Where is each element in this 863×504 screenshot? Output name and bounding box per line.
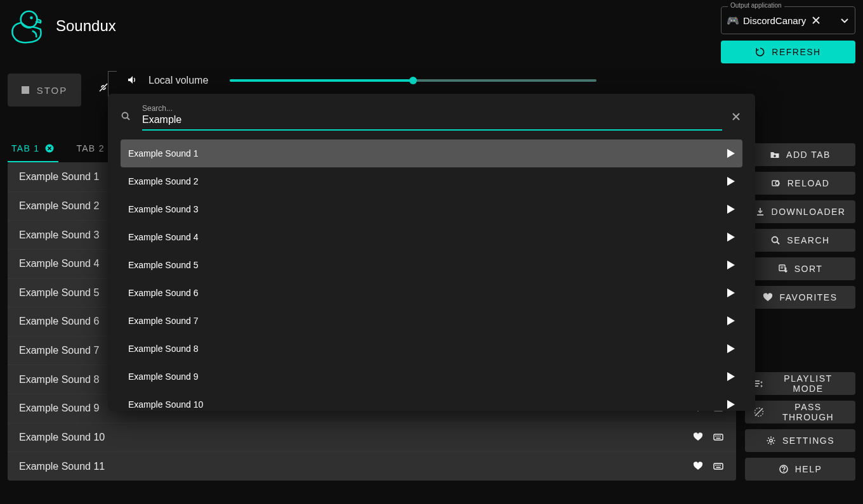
hotkey-icon[interactable] <box>713 432 725 443</box>
result-name: Example Sound 8 <box>128 344 727 354</box>
stop-button[interactable]: STOP <box>8 74 81 107</box>
search-result-row[interactable]: Example Sound 5 <box>121 251 742 279</box>
playlist-icon <box>754 378 763 389</box>
link-volumes-toggle[interactable] <box>96 71 112 94</box>
play-icon[interactable] <box>727 205 735 214</box>
pass-through-button[interactable]: PASS THROUGH <box>745 401 855 423</box>
search-result-row[interactable]: Example Sound 8 <box>121 335 742 363</box>
result-name: Example Sound 9 <box>128 372 727 382</box>
local-volume-slider[interactable] <box>230 79 596 82</box>
help-icon <box>779 464 789 474</box>
hotkey-icon[interactable] <box>713 461 725 472</box>
search-result-row[interactable]: Example Sound 3 <box>121 195 742 223</box>
play-icon[interactable] <box>727 316 735 325</box>
result-name: Example Sound 5 <box>128 260 727 270</box>
refresh-button[interactable]: REFRESH <box>721 41 855 63</box>
play-icon[interactable] <box>727 233 735 242</box>
sort-button[interactable]: SORT <box>745 257 855 280</box>
play-icon[interactable] <box>727 177 735 186</box>
output-dropdown-icon[interactable] <box>840 15 850 25</box>
app-title: Soundux <box>56 17 116 35</box>
settings-button[interactable]: SETTINGS <box>745 429 855 452</box>
search-results: Example Sound 1Example Sound 2Example So… <box>121 139 742 411</box>
result-name: Example Sound 7 <box>128 316 727 326</box>
reload-icon <box>771 178 781 188</box>
play-icon[interactable] <box>727 261 735 269</box>
result-name: Example Sound 6 <box>128 288 727 298</box>
result-name: Example Sound 4 <box>128 232 727 242</box>
discord-icon: 🎮 <box>727 14 739 27</box>
folder-plus-icon <box>770 150 780 160</box>
search-icon <box>770 235 781 245</box>
gear-icon <box>766 436 776 446</box>
help-button[interactable]: HELP <box>745 458 855 481</box>
search-result-row[interactable]: Example Sound 4 <box>121 223 742 251</box>
search-result-row[interactable]: Example Sound 9 <box>121 363 742 391</box>
tab[interactable]: TAB 1 <box>8 143 58 162</box>
search-result-row[interactable]: Example Sound 2 <box>121 167 742 195</box>
output-app-field[interactable]: Output application 🎮 DiscordCanary <box>721 6 855 34</box>
favorite-icon[interactable] <box>693 461 704 472</box>
search-input[interactable] <box>142 113 722 127</box>
search-placeholder: Search... <box>142 104 722 113</box>
play-icon[interactable] <box>727 149 735 158</box>
play-icon[interactable] <box>727 400 735 409</box>
play-icon[interactable] <box>727 288 735 297</box>
add-tab-button[interactable]: ADD TAB <box>745 143 855 166</box>
pass-through-icon <box>754 407 763 417</box>
favorite-icon[interactable] <box>693 432 704 443</box>
brand: Soundux <box>8 6 721 46</box>
search-close-button[interactable] <box>731 112 742 123</box>
output-app-legend: Output application <box>728 2 784 9</box>
result-name: Example Sound 1 <box>128 148 727 158</box>
sound-name: Example Sound 10 <box>19 432 684 443</box>
favorites-button[interactable]: FAVORITES <box>745 286 855 309</box>
search-icon <box>121 111 133 124</box>
search-result-row[interactable]: Example Sound 7 <box>121 307 742 335</box>
duck-logo-icon <box>8 6 47 46</box>
local-volume-label: Local volume <box>148 75 220 86</box>
refresh-icon <box>755 47 765 57</box>
sound-row[interactable]: Example Sound 10 <box>8 423 736 452</box>
heart-icon <box>763 292 773 302</box>
search-button[interactable]: SEARCH <box>745 229 855 252</box>
result-name: Example Sound 2 <box>128 176 727 186</box>
reload-button[interactable]: RELOAD <box>745 172 855 195</box>
tab-close-icon[interactable] <box>44 143 55 153</box>
download-icon <box>755 207 765 217</box>
play-icon[interactable] <box>727 372 735 381</box>
stop-icon <box>22 86 29 94</box>
play-icon[interactable] <box>727 344 735 353</box>
result-name: Example Sound 10 <box>128 399 727 410</box>
output-clear-button[interactable] <box>811 15 821 25</box>
search-result-row[interactable]: Example Sound 6 <box>121 279 742 307</box>
sort-icon <box>778 264 788 274</box>
sound-name: Example Sound 11 <box>19 461 684 472</box>
search-result-row[interactable]: Example Sound 1 <box>121 139 742 167</box>
search-result-row[interactable]: Example Sound 10 <box>121 391 742 411</box>
result-name: Example Sound 3 <box>128 204 727 214</box>
sound-row[interactable]: Example Sound 11 <box>8 451 736 481</box>
downloader-button[interactable]: DOWNLOADER <box>745 200 855 223</box>
volume-icon <box>127 75 138 86</box>
search-modal: Search... Example Sound 1Example Sound 2… <box>108 94 755 411</box>
output-app-name: DiscordCanary <box>743 15 806 26</box>
playlist-mode-button[interactable]: PLAYLIST MODE <box>745 372 855 395</box>
